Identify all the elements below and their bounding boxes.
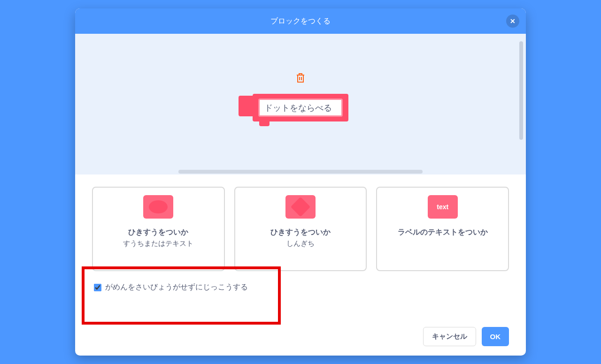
preview-hscrollbar[interactable] (178, 170, 423, 174)
modal-footer: キャンセル OK (75, 319, 526, 356)
ellipse-icon (149, 200, 168, 213)
option-add-label-text[interactable]: text ラベルのテキストをついか (376, 187, 509, 271)
create-block-modal: ブロックをつくる ✕ (75, 8, 526, 356)
option-title: ひきすうをついか (128, 227, 188, 237)
run-without-refresh-row: がめんをさいびょうがせずにじっこうする (92, 282, 509, 292)
close-icon: ✕ (510, 17, 516, 25)
option-title: ラベルのテキストをついか (398, 227, 488, 237)
custom-block[interactable] (253, 94, 348, 121)
block-name-input[interactable] (258, 99, 343, 117)
text-icon-label: text (437, 203, 448, 211)
ok-button[interactable]: OK (482, 327, 509, 346)
modal-title: ブロックをつくる (270, 16, 331, 26)
option-title: ひきすうをついか (270, 227, 331, 237)
block-preview-area (75, 34, 526, 174)
run-without-refresh-label: がめんをさいびょうがせずにじっこうする (105, 282, 248, 292)
option-add-number-text-arg[interactable]: ひきすうをついか すうちまたはテキスト (92, 187, 225, 271)
modal-header: ブロックをつくる ✕ (75, 8, 526, 34)
number-text-arg-icon (143, 195, 173, 219)
option-sub: しんぎち (286, 239, 315, 248)
block-bottom-notch (259, 121, 270, 126)
trash-icon[interactable] (296, 73, 305, 85)
close-button[interactable]: ✕ (506, 15, 519, 28)
option-add-boolean-arg[interactable]: ひきすうをついか しんぎち (234, 187, 367, 271)
options-area: ひきすうをついか すうちまたはテキスト ひきすうをついか しんぎち text ラ… (75, 174, 526, 319)
option-sub: すうちまたはテキスト (123, 239, 193, 248)
preview-vscrollbar[interactable] (519, 41, 523, 140)
annotation-highlight (82, 266, 281, 325)
block-hat-notch (239, 96, 254, 116)
run-without-refresh-checkbox[interactable] (94, 284, 101, 291)
label-text-icon: text (428, 195, 458, 219)
diamond-icon (291, 197, 310, 217)
options-row: ひきすうをついか すうちまたはテキスト ひきすうをついか しんぎち text ラ… (92, 187, 509, 271)
boolean-arg-icon (285, 195, 316, 219)
cancel-button[interactable]: キャンセル (423, 327, 476, 346)
